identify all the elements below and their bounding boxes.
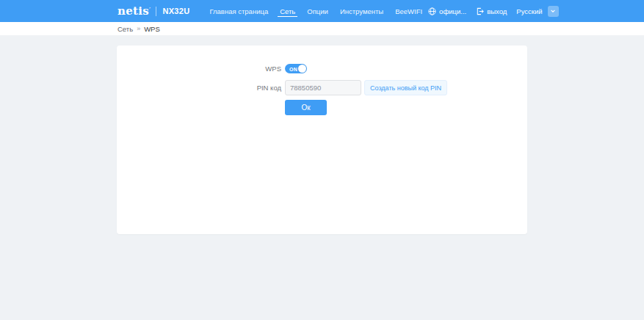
active-tab-underline	[278, 16, 297, 17]
pin-code-row: PIN код Создать новый код PIN	[117, 80, 527, 95]
header-left: netis′ NX32U Главная страница Сеть Опции…	[117, 0, 428, 22]
netis-logo[interactable]: netis′	[117, 4, 151, 18]
breadcrumb-section[interactable]: Сеть	[117, 25, 133, 33]
logout-label: выход	[487, 7, 507, 15]
header: netis′ NX32U Главная страница Сеть Опции…	[0, 0, 644, 22]
official-site-link[interactable]: офици...	[428, 7, 466, 15]
language-label: Русский	[516, 7, 542, 15]
wps-toggle-row: WPS ON	[117, 46, 527, 73]
wps-toggle[interactable]: ON	[285, 64, 307, 73]
chevron-down-icon	[550, 8, 556, 14]
nav-item-beewifi[interactable]: BeeWIFI	[389, 0, 428, 22]
wps-settings-card: WPS ON PIN код Создать новый код PIN Ок	[117, 46, 527, 234]
ok-row: Ок	[117, 100, 527, 115]
breadcrumb-page: WPS	[144, 25, 160, 33]
logout-button[interactable]: выход	[476, 7, 507, 15]
header-right: офици... выход Русский	[428, 6, 558, 17]
nav-item-network[interactable]: Сеть	[274, 0, 301, 22]
logo-trademark: ′	[149, 5, 151, 12]
nav-item-home[interactable]: Главная страница	[203, 0, 274, 22]
wps-toggle-state: ON	[289, 66, 297, 71]
logo-divider	[156, 7, 156, 16]
wps-toggle-knob	[298, 65, 306, 73]
logout-icon	[476, 7, 484, 15]
nav-item-tools[interactable]: Инструменты	[334, 0, 389, 22]
wps-label: WPS	[117, 65, 285, 73]
breadcrumb-separator: »	[137, 25, 140, 32]
model-name: NX32U	[162, 7, 189, 15]
pin-code-label: PIN код	[117, 84, 285, 92]
nav-item-options[interactable]: Опции	[301, 0, 334, 22]
logo-text: netis	[117, 4, 149, 18]
breadcrumb: Сеть » WPS	[0, 22, 644, 35]
generate-pin-button[interactable]: Создать новый код PIN	[364, 80, 447, 95]
pin-code-input[interactable]	[285, 80, 361, 95]
main-nav: Главная страница Сеть Опции Инструменты …	[203, 0, 428, 22]
ok-button[interactable]: Ок	[285, 100, 327, 115]
official-site-label: офици...	[439, 7, 466, 15]
language-dropdown-button[interactable]	[548, 6, 559, 17]
globe-icon	[428, 7, 436, 15]
